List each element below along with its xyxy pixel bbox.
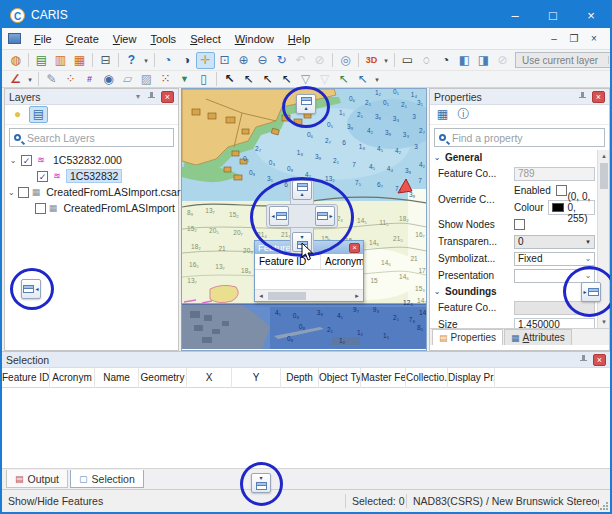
- zoom-in-icon[interactable]: ⊕: [234, 52, 253, 69]
- import-file-icon[interactable]: ▥: [51, 52, 70, 69]
- move-vertex-icon[interactable]: ⁘: [61, 71, 80, 88]
- mdi-close-button[interactable]: ×: [584, 33, 604, 44]
- column-header[interactable]: Y: [232, 368, 281, 388]
- scroll-left-icon[interactable]: ◂: [255, 292, 267, 300]
- select-radius-icon[interactable]: ◔: [436, 52, 455, 69]
- layer-row-createdfromlasimport-csar[interactable]: ⌄ ▦ CreatedFromLASImport.csar: [5, 184, 178, 200]
- close-icon[interactable]: ×: [161, 91, 174, 103]
- recent-files-icon[interactable]: ▦: [70, 52, 89, 69]
- minimize-button[interactable]: –: [496, 2, 534, 28]
- combo-chevron-icon[interactable]: ⌄: [582, 254, 594, 263]
- section-general[interactable]: ⌄ General: [430, 150, 597, 165]
- select-panel-icon[interactable]: ↖: [353, 71, 372, 88]
- pin-icon[interactable]: [577, 91, 588, 102]
- chevron-down-icon[interactable]: ⌄: [432, 153, 442, 162]
- previous-view-icon[interactable]: ↶: [291, 52, 310, 69]
- column-header[interactable]: Name: [95, 368, 139, 388]
- remove-from-selection-icon[interactable]: ◨: [474, 52, 493, 69]
- column-header[interactable]: Feature ID: [2, 368, 50, 388]
- show-nodes-checkbox[interactable]: [514, 219, 525, 230]
- tab-properties[interactable]: ▤ Properties: [432, 329, 503, 345]
- select-edit-icon[interactable]: ↖: [220, 71, 239, 88]
- menu-window[interactable]: Window: [228, 30, 281, 48]
- select-acronym-icon[interactable]: ↖: [258, 71, 277, 88]
- measure-angle-icon[interactable]: ∠: [6, 71, 25, 88]
- menu-select[interactable]: Select: [183, 30, 228, 48]
- pin-icon[interactable]: [578, 354, 589, 365]
- filter-outline-icon[interactable]: ▽: [296, 71, 315, 88]
- column-header[interactable]: Object Ty...: [319, 368, 361, 388]
- column-header[interactable]: Geometry: [139, 368, 187, 388]
- filter-icon[interactable]: ▼: [175, 71, 194, 88]
- size-field[interactable]: [514, 318, 595, 329]
- expander-icon[interactable]: ⌄: [8, 156, 18, 165]
- world-view-icon[interactable]: ◎: [336, 52, 355, 69]
- selection-table-body[interactable]: [2, 388, 610, 468]
- open-workspace-icon[interactable]: ◍: [6, 52, 25, 69]
- column-header[interactable]: Depth: [281, 368, 319, 388]
- tab-attributes[interactable]: ▦ Attributes: [504, 329, 572, 345]
- tab-output[interactable]: ▤ Output: [6, 470, 68, 488]
- layers-search-input[interactable]: [25, 131, 169, 145]
- edit-acronym-icon[interactable]: #: [80, 71, 99, 88]
- panel-menu-icon[interactable]: ▾: [132, 92, 144, 101]
- combo-dropdown-icon[interactable]: ▾: [608, 56, 612, 64]
- toolbar-overflow-icon[interactable]: ▾: [372, 71, 382, 88]
- pin-icon[interactable]: [146, 91, 157, 102]
- dropdown-icon[interactable]: ▾: [582, 238, 594, 246]
- select-rectangle-icon[interactable]: ▭: [398, 52, 417, 69]
- open-file-icon[interactable]: ▤: [32, 52, 51, 69]
- property-search-input[interactable]: [450, 131, 600, 145]
- layers-view-icon[interactable]: ▤: [29, 106, 48, 123]
- rotate-view-icon[interactable]: ↻: [272, 52, 291, 69]
- close-icon[interactable]: ×: [593, 354, 606, 366]
- features-col-acronym[interactable]: Acronym: [321, 254, 363, 270]
- zoom-out-icon[interactable]: ⊖: [253, 52, 272, 69]
- maximize-button[interactable]: □: [534, 2, 572, 28]
- select-node-icon[interactable]: ↖: [277, 71, 296, 88]
- view-3d-icon[interactable]: 3D: [362, 52, 381, 69]
- layer-checkbox[interactable]: [35, 203, 46, 214]
- vertex-edit-icon[interactable]: ⁙: [156, 71, 175, 88]
- info-icon[interactable]: ⓘ: [454, 106, 473, 123]
- menu-help[interactable]: Help: [281, 30, 318, 48]
- features-table-body[interactable]: [255, 270, 363, 278]
- menu-create[interactable]: Create: [59, 30, 106, 48]
- use-current-layer-combo[interactable]: Use current layer ▾: [515, 52, 612, 68]
- feature-code-field[interactable]: [514, 167, 595, 181]
- help-icon[interactable]: ?: [122, 52, 141, 69]
- layer-row-1C532832-000[interactable]: ⌄ ≋ 1C532832.000: [5, 152, 178, 168]
- column-header[interactable]: X: [187, 368, 232, 388]
- menu-view[interactable]: View: [106, 30, 144, 48]
- digitize-grid-icon[interactable]: ▨: [137, 71, 156, 88]
- zoom-to-selection-icon[interactable]: ⊘: [493, 52, 512, 69]
- pan-icon[interactable]: ✛: [196, 52, 215, 69]
- scroll-up-icon[interactable]: ▴: [598, 150, 609, 162]
- toolbar-overflow-icon[interactable]: ▾: [141, 52, 151, 69]
- chevron-down-icon[interactable]: ⌄: [432, 287, 442, 296]
- menu-tools[interactable]: Tools: [143, 30, 183, 48]
- layer-row-createdfromlasimport[interactable]: ▦ CreatedFromLASImport: [5, 200, 178, 216]
- save-attributes-icon[interactable]: ▦: [433, 106, 452, 123]
- layer-checkbox[interactable]: [21, 155, 32, 166]
- snap-node-icon[interactable]: ◉: [99, 71, 118, 88]
- scrollbar-thumb[interactable]: [600, 163, 608, 189]
- panel-edit-icon[interactable]: ▯: [194, 71, 213, 88]
- select-lasso-icon[interactable]: ◌: [417, 52, 436, 69]
- view-globe-icon[interactable]: ◔: [158, 52, 177, 69]
- resize-grip[interactable]: [599, 501, 608, 510]
- select-filter-icon[interactable]: ↖: [334, 71, 353, 88]
- close-button[interactable]: ×: [572, 2, 610, 28]
- symbolization-combo[interactable]: Fixed ⌄: [514, 252, 595, 266]
- edit-feature-icon[interactable]: ✎: [42, 71, 61, 88]
- layer-checkbox[interactable]: [37, 171, 48, 182]
- scroll-right-icon[interactable]: ▸: [351, 292, 363, 300]
- scroll-down-icon[interactable]: ▾: [598, 316, 609, 328]
- add-to-selection-icon[interactable]: ◧: [455, 52, 474, 69]
- column-header[interactable]: Master Fe...: [361, 368, 406, 388]
- scrollbar-thumb[interactable]: [268, 292, 306, 300]
- mdi-restore-button[interactable]: ❐: [564, 33, 584, 44]
- select-vertex-icon[interactable]: ↖: [239, 71, 258, 88]
- features-hscrollbar[interactable]: ◂ ▸: [255, 289, 363, 301]
- colour-picker[interactable]: (0, 0, 0, 255): [548, 200, 595, 215]
